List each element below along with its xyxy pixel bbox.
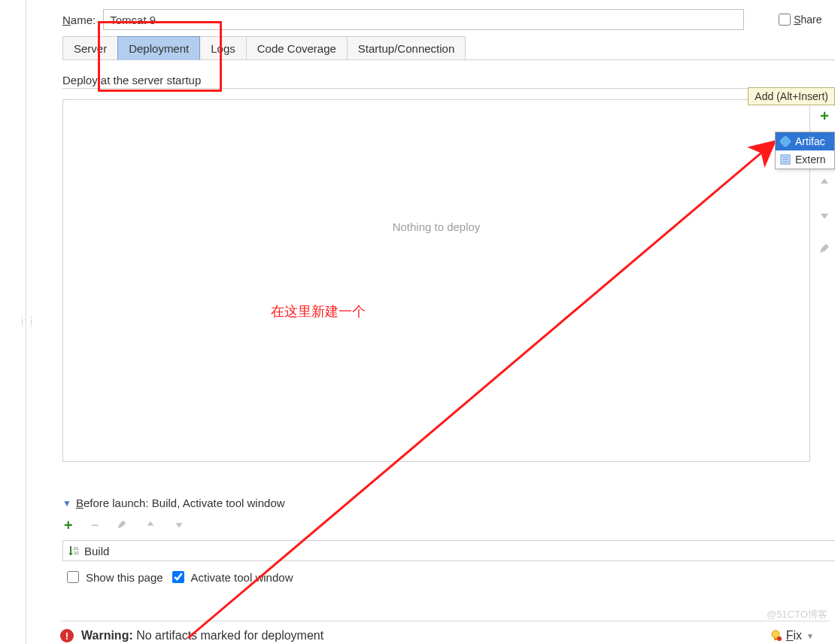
- add-popup-menu: Artifac Extern: [775, 132, 835, 169]
- annotation-text: 在这里新建一个: [271, 302, 366, 320]
- before-launch-section: ▼ Before launch: Build, Activate tool wi…: [62, 497, 835, 585]
- edit-icon: [815, 239, 833, 257]
- svg-text:10: 10: [74, 551, 79, 555]
- move-up-icon: [815, 173, 833, 191]
- activate-box[interactable]: [172, 571, 184, 583]
- warning-icon: !: [60, 629, 74, 642]
- before-launch-header[interactable]: ▼ Before launch: Build, Activate tool wi…: [62, 497, 835, 509]
- tab-startup-connection[interactable]: Startup/Connection: [347, 36, 466, 59]
- tab-logs[interactable]: Logs: [199, 36, 247, 59]
- watermark: @51CTO博客: [767, 608, 827, 621]
- svg-rect-9: [774, 638, 777, 640]
- share-checkbox[interactable]: Share: [776, 11, 821, 28]
- add-tooltip: Add (Alt+Insert): [748, 87, 835, 105]
- external-icon: [780, 154, 791, 165]
- tab-deployment[interactable]: Deployment: [117, 36, 200, 60]
- tab-server[interactable]: Server: [62, 36, 118, 59]
- show-page-box[interactable]: [67, 571, 79, 583]
- before-launch-toolbar: + −: [62, 517, 835, 534]
- task-list[interactable]: 01 10 Build: [62, 540, 835, 561]
- show-page-checkbox[interactable]: Show this page: [64, 569, 163, 585]
- name-label: Name:: [62, 14, 96, 26]
- collapse-handle-icon[interactable]: ⋮⋮⋮⋮⋮⋮: [18, 318, 24, 335]
- fix-button[interactable]: Fix ▼: [770, 629, 817, 642]
- tab-bar: Server Deployment Logs Code Coverage Sta…: [62, 36, 835, 60]
- name-input[interactable]: [103, 9, 744, 30]
- deploy-section: Deploy at the server startup Nothing to …: [62, 60, 835, 462]
- main-area: Name: Share Server Deployment Logs Code …: [34, 0, 835, 644]
- bl-remove-button: −: [91, 518, 99, 533]
- warning-bar: ! Warning: No artifacts marked for deplo…: [60, 621, 829, 642]
- bl-add-button[interactable]: +: [64, 517, 73, 534]
- deploy-section-title: Deploy at the server startup: [62, 74, 835, 87]
- add-button[interactable]: +: [815, 107, 833, 125]
- bl-edit-icon: [117, 518, 127, 533]
- divider: [62, 88, 835, 89]
- tab-code-coverage[interactable]: Code Coverage: [246, 36, 348, 59]
- share-checkbox-box[interactable]: [779, 14, 791, 26]
- build-icon: 01 10: [68, 545, 80, 557]
- bulb-icon: [770, 630, 782, 642]
- popup-item-external[interactable]: Extern: [776, 150, 834, 169]
- expand-icon[interactable]: ▼: [62, 498, 71, 509]
- popup-item-artifact[interactable]: Artifac: [776, 132, 834, 150]
- move-down-icon: [815, 206, 833, 224]
- task-build-label: Build: [84, 545, 109, 557]
- deploy-list[interactable]: Nothing to deploy: [62, 99, 810, 462]
- svg-point-10: [777, 636, 782, 641]
- name-row: Name: Share: [34, 0, 835, 36]
- chevron-down-icon: ▼: [806, 632, 814, 640]
- left-gutter: ⋮⋮⋮⋮⋮⋮: [0, 0, 26, 644]
- artifact-icon: [780, 136, 791, 147]
- bl-up-icon: [145, 518, 156, 533]
- svg-rect-2: [780, 136, 791, 147]
- empty-message: Nothing to deploy: [393, 220, 481, 233]
- warning-text: Warning: No artifacts marked for deploym…: [81, 629, 323, 642]
- bl-down-icon: [174, 518, 184, 533]
- activate-tool-window-checkbox[interactable]: Activate tool window: [169, 569, 293, 585]
